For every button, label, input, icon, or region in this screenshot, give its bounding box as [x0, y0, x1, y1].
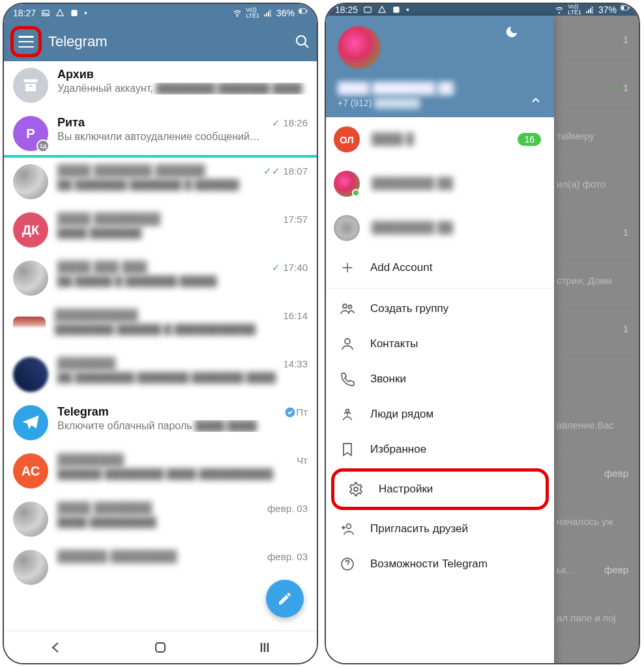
chat-item[interactable]: ███████14:33██ ████████ ███████ ███████ …: [4, 350, 317, 399]
chat-time: февр. 03: [267, 503, 308, 514]
android-navbar: [4, 631, 317, 663]
nearby-icon: [339, 406, 356, 423]
nav-home[interactable]: [153, 640, 168, 655]
image-icon: [41, 8, 50, 18]
app-icon: [70, 8, 79, 18]
chat-message: ██████ ████████ ████ ██████████: [57, 468, 308, 480]
bg-chat-partial: ✓✓ 1: [554, 64, 639, 112]
chat-name: ████ ███ ███: [57, 261, 272, 274]
drawer-menu-contacts[interactable]: Контакты: [326, 326, 554, 362]
nav-drawer: ████ ████████ ██ +7 (912) ███████ ОЛ████…: [326, 16, 554, 664]
bg-chat-partial: ил(а) фото: [554, 160, 639, 208]
triangle-icon: [55, 8, 65, 18]
chat-message: ██ ███████ ███████ █ ██████: [57, 179, 308, 191]
add-account-item[interactable]: Add Account: [326, 250, 554, 285]
chat-name: Telegram: [57, 405, 282, 419]
read-checks-icon: ✓✓: [263, 165, 280, 177]
volte-icon: Vo))LTE1: [246, 7, 259, 19]
bg-chat-partial: началось уж: [554, 498, 639, 546]
chat-name: ██████ ████████: [57, 550, 267, 563]
svg-point-26: [349, 305, 352, 309]
saved-icon: [339, 441, 356, 458]
account-label: ████████ ██: [372, 177, 453, 190]
drawer-menu-saved[interactable]: Избранное: [326, 432, 554, 467]
chat-item[interactable]: ██████████16:14████████ ██████ █ ███████…: [4, 302, 317, 350]
menu-button[interactable]: [18, 36, 34, 48]
chat-item[interactable]: TelegramПтВключите облачный пароль ████ …: [4, 399, 317, 447]
account-item[interactable]: ████████ ██: [326, 162, 554, 206]
add-account-label: Add Account: [370, 261, 432, 274]
chat-name: ██████████: [55, 309, 283, 322]
chat-item[interactable]: Р1дРита✓18:26Вы включили автоудаление со…: [4, 109, 317, 158]
status-time: 18:27: [13, 8, 36, 18]
status-bar: 18:25 • Vo))LTE1 37%: [326, 4, 639, 16]
chat-time: 18:07: [283, 165, 308, 177]
archive-title: Архив: [57, 68, 308, 81]
status-battery: 36%: [276, 8, 295, 18]
expand-accounts-button[interactable]: [529, 94, 542, 107]
drawer-menu-group[interactable]: Создать группу: [326, 291, 554, 326]
svg-point-29: [354, 487, 358, 491]
svg-point-27: [345, 339, 350, 344]
chat-item[interactable]: АС████████Чт██████ ████████ ████ ███████…: [4, 447, 317, 495]
drawer-menu-label: Контакты: [370, 337, 418, 350]
chat-item[interactable]: ██████ ████████февр. 03: [4, 543, 317, 591]
drawer-menu-settings[interactable]: Настройки: [331, 468, 549, 510]
chat-name: ████ ███████ ██████: [57, 164, 263, 178]
invite-icon: [339, 520, 356, 537]
search-button[interactable]: [295, 34, 310, 50]
night-mode-toggle[interactable]: [505, 25, 519, 39]
drawer-menu-invite[interactable]: Пригласить друзей: [326, 511, 554, 546]
plus-icon: [339, 259, 356, 276]
account-item[interactable]: ████████ ██: [326, 206, 554, 250]
battery-icon: [299, 8, 308, 18]
account-label: ████ █: [372, 133, 414, 146]
archive-item[interactable]: Архив Удалённый аккаунт, ████████ ██████…: [4, 61, 317, 109]
chat-message: ██ ████████ ███████ ███████ ████: [57, 372, 308, 384]
drawer-menu-label: Настройки: [379, 483, 433, 496]
chat-time: 16:14: [283, 310, 308, 321]
unread-badge: 16: [518, 133, 541, 146]
chat-name: Рита: [57, 116, 272, 130]
read-checks-icon: ✓: [272, 262, 280, 274]
drawer-menu-nearby[interactable]: Люди рядом: [326, 397, 554, 432]
dimmed-chat-background[interactable]: 1✓✓ 1таймеруил(а) фото1стрии, Доми1авлен…: [554, 16, 639, 664]
chat-item[interactable]: ████ ███ ███✓17:40██ █████ █ ███████ ███…: [4, 254, 317, 302]
status-dot: •: [84, 8, 87, 18]
account-avatar: [334, 171, 360, 197]
chat-avatar: [13, 357, 48, 392]
chat-name: ████ ███████: [57, 502, 267, 515]
phone-left: 18:27 • Vo))LTE1 36% Telegram: [3, 3, 318, 664]
chat-time: Чт: [297, 455, 308, 466]
drawer-menu-label: Возможности Telegram: [370, 558, 488, 571]
chat-name: ███████: [57, 357, 283, 371]
svg-point-30: [347, 524, 351, 529]
nav-back[interactable]: [48, 640, 64, 655]
svg-rect-7: [270, 10, 271, 16]
chat-avatar: [13, 164, 48, 199]
status-bar: 18:27 • Vo))LTE1 36%: [4, 4, 317, 22]
drawer-header[interactable]: ████ ████████ ██ +7 (912) ███████: [326, 16, 554, 117]
chat-message: ████████ ██████ █ ███████████: [55, 324, 308, 335]
compose-fab[interactable]: [266, 580, 304, 617]
chat-item[interactable]: ДК████ ████████17:57████ ███████: [4, 206, 317, 254]
chat-item[interactable]: ████ ███████ ██████✓✓18:07██ ███████ ███…: [4, 158, 317, 206]
bg-chat-partial: ьк...февр: [554, 546, 639, 594]
account-item[interactable]: ОЛ████ █16: [326, 117, 554, 162]
bg-chat-partial: таймеру: [554, 112, 639, 160]
drawer-menu-calls[interactable]: Звонки: [326, 362, 554, 397]
chat-time: Пт: [296, 406, 308, 418]
bg-chat-partial: ал папе и пој: [554, 594, 639, 642]
nav-recent[interactable]: [257, 640, 272, 655]
chat-time: февр. 03: [267, 551, 308, 562]
drawer-menu-label: Люди рядом: [370, 408, 433, 421]
chat-message: ████ █████████: [57, 517, 308, 528]
profile-avatar[interactable]: [338, 26, 381, 69]
svg-rect-5: [266, 13, 267, 16]
chat-item[interactable]: ████ ███████февр. 03████ █████████: [4, 495, 317, 543]
svg-point-11: [297, 36, 306, 45]
calls-icon: [339, 371, 356, 388]
drawer-menu-label: Звонки: [370, 373, 406, 386]
drawer-menu-faq[interactable]: Возможности Telegram: [326, 546, 554, 582]
chat-list[interactable]: Архив Удалённый аккаунт, ████████ ██████…: [4, 61, 317, 631]
